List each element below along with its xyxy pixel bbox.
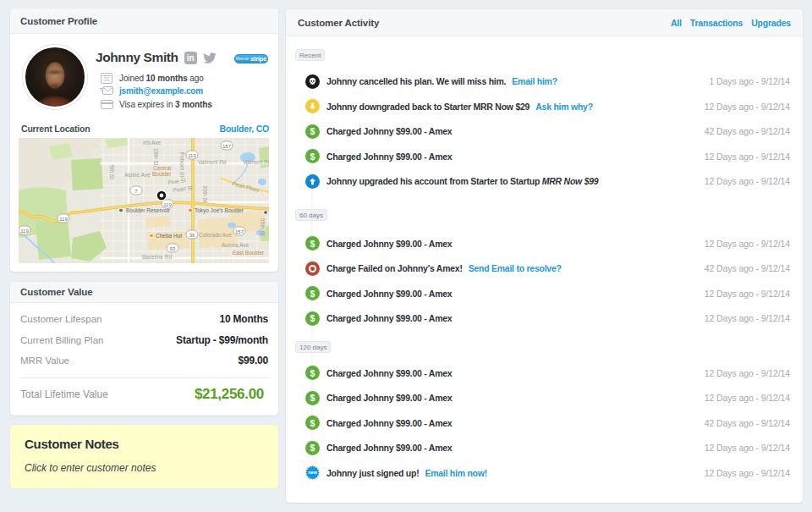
notes-placeholder[interactable]: Click to enter customer notes [25, 462, 156, 474]
section-badge: 60 days [295, 209, 327, 221]
map-label: Boulder Reservoir [126, 207, 171, 213]
activity-timestamp: 12 Days ago - 9/12/14 [705, 468, 790, 478]
map-label: Tokyo Joe's Boulder [195, 207, 244, 214]
current-location-label: Current Location [21, 124, 90, 134]
activity-row: Charged Johnny $99.00 - Amex 12 Days ago… [286, 361, 803, 386]
avatar [23, 45, 87, 109]
activity-timestamp: 12 Days ago - 9/12/14 [705, 313, 790, 323]
map-road-shield: 93 [170, 246, 176, 251]
map-label: Colorado Ave [199, 232, 232, 238]
map-label: Valmont Rd [243, 159, 269, 165]
total-lifetime-value-row: Total Lifetime Value $21,256.00 [20, 383, 268, 405]
location-link[interactable]: Boulder, CO [220, 124, 269, 134]
value-row-amount: Startup - $99/month [176, 334, 268, 346]
map-label: 30th St [202, 185, 208, 203]
map-poi-marker [189, 208, 193, 212]
map-label: Iris Ave [143, 140, 162, 146]
map-label: Baseline Rd [142, 254, 172, 260]
value-row: MRR Value $99.00 [20, 350, 268, 372]
map-label: Valmont Rd [198, 159, 227, 165]
value-divider [20, 377, 268, 378]
value-row: Customer Lifespan 10 Months [20, 309, 268, 330]
map-road-shield: 157 [235, 229, 244, 234]
svg-text:new: new [308, 470, 317, 475]
activity-timestamp: 1 Days ago - 9/12/14 [710, 76, 790, 86]
map-road-shield: 157 [222, 144, 232, 149]
activity-emphasis: MRR Now $99 [540, 176, 598, 186]
activity-row: Johnny downgraded back to Starter MRR No… [286, 94, 803, 119]
activity-timestamp: 12 Days ago - 9/12/14 [705, 289, 790, 299]
activity-action-link[interactable]: Email him now! [425, 468, 487, 478]
downgrade-icon [305, 99, 320, 113]
charge-icon [305, 311, 320, 326]
joined-row: 31 Joined 10 months ago [100, 72, 204, 84]
activity-action-link[interactable]: Send Email to resolve? [469, 263, 562, 273]
customer-activity-card: Customer Activity AllTransactionsUpgrade… [286, 9, 803, 503]
charge-icon [305, 149, 320, 163]
activity-action-link[interactable]: Ask him why? [535, 102, 593, 112]
map-label: 19th St [153, 148, 159, 166]
stripe-button-prefix: View on [236, 57, 249, 61]
view-on-stripe-button[interactable]: View on stripe [234, 54, 268, 63]
activity-row: Charged Johnny $99.00 - Amex 12 Days ago… [286, 144, 803, 169]
map-road-shield: 36 [189, 233, 195, 238]
value-row-label: Current Billing Plan [20, 335, 103, 345]
activity-timestamp: 12 Days ago - 9/12/14 [705, 176, 790, 186]
email-link[interactable]: jsmith@example.com [119, 86, 203, 96]
activity-card-header: Customer Activity AllTransactionsUpgrade… [286, 9, 803, 36]
customer-notes-card[interactable]: Customer Notes Click to enter customer n… [10, 425, 278, 488]
email-row: jsmith@example.com [100, 85, 203, 97]
credit-card-icon [100, 100, 113, 109]
filter-upgrades[interactable]: Upgrades [751, 18, 791, 28]
customer-profile-card: Customer Profile Johnny Smith in View on… [10, 8, 278, 272]
activity-action-link[interactable]: Email him? [512, 76, 557, 86]
stripe-button-brand: stripe [250, 55, 266, 63]
activity-row: Johnny cancelled his plan. We will miss … [286, 69, 803, 94]
map-label: Folsom St [179, 152, 185, 177]
activity-row: new Johnny just signed up! Email him now… [286, 460, 803, 486]
activity-row: Charge Failed on Johnny's Amex! Send Ema… [286, 256, 803, 281]
section-badge: Recent [295, 49, 325, 61]
activity-timestamp: 12 Days ago - 9/12/14 [705, 368, 790, 378]
map-road-shield: 119 [163, 202, 172, 207]
notes-title: Customer Notes [25, 437, 119, 451]
activity-timestamp: 12 Days ago - 9/12/14 [705, 102, 790, 112]
twitter-icon[interactable] [203, 52, 217, 63]
value-card-title: Customer Value [20, 287, 93, 297]
map-label: Central [153, 165, 172, 171]
map-road-shield: 119 [188, 153, 196, 158]
activity-card-title: Customer Activity [298, 18, 379, 28]
value-row: Current Billing Plan Startup - $99/month [20, 330, 268, 351]
map-label: Aurora Ave [222, 242, 249, 248]
activity-filters: AllTransactionsUpgrades [671, 18, 791, 28]
charge-icon [305, 124, 320, 139]
value-row-label: Customer Lifespan [20, 314, 102, 324]
profile-card-header: Customer Profile [10, 8, 278, 34]
charge-icon [305, 416, 320, 430]
map-label: East Boulder [233, 250, 265, 256]
upgrade-icon [305, 174, 320, 189]
value-row-label: MRR Value [20, 355, 69, 366]
map-label: Boulder [152, 171, 172, 177]
total-label: Total Lifetime Value [20, 388, 108, 400]
charge-failed-icon [305, 262, 320, 276]
activity-timestamp: 12 Days ago - 9/12/14 [705, 393, 790, 403]
map-label: 9th St [109, 165, 115, 179]
map-poi-marker [119, 208, 123, 212]
customer-name: Johnny Smith [96, 50, 178, 65]
new-signup-icon: new [305, 465, 320, 480]
filter-all[interactable]: All [671, 18, 682, 28]
map-label: Alpine Ave [124, 172, 151, 179]
activity-timestamp: 42 Days ago - 9/12/14 [705, 126, 790, 136]
section-badge: 120 days [295, 341, 331, 353]
filter-transactions[interactable]: Transactions [690, 18, 743, 28]
activity-row: Charged Johnny $99.00 - Amex 42 Days ago… [286, 118, 803, 144]
charge-icon [305, 366, 320, 380]
activity-timestamp: 12 Days ago - 9/12/14 [705, 151, 790, 162]
linkedin-icon[interactable]: in [184, 52, 197, 64]
location-map[interactable]: 11915771191193615793119 Iris AveValmont … [19, 138, 269, 263]
activity-timestamp: 42 Days ago - 9/12/14 [705, 418, 790, 428]
activity-row: Charged Johnny $99.00 - Amex 12 Days ago… [286, 435, 803, 460]
map-poi-marker [264, 211, 268, 215]
map-label: Cheba Hut [156, 233, 182, 239]
